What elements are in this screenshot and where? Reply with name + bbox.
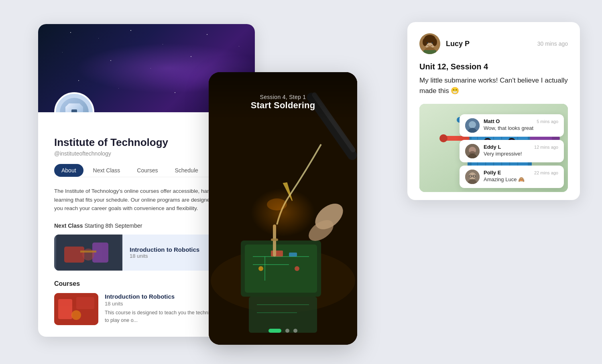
course-thumbnail: [54, 235, 122, 271]
svg-rect-21: [271, 239, 278, 241]
comments-overlay: Matt O 5 mins ago Wow, that looks great: [460, 114, 564, 188]
chip-avatar-bg: [60, 98, 89, 112]
post-card: Lucy P 30 mins ago Unit 12, Session 4 My…: [407, 22, 580, 200]
comment-polly: Polly E 22 mins ago Amazing Luce 🙈: [460, 166, 564, 188]
svg-rect-7: [76, 297, 94, 309]
comment-name-matt: Matt O: [484, 118, 500, 124]
session-background: Session 4, Step 1 Start Soldering: [209, 72, 357, 345]
comment-name-eddy: Eddy L: [484, 144, 501, 150]
eddy-avatar-svg: [465, 144, 480, 158]
comment-content-matt: Matt O 5 mins ago Wow, that looks great: [484, 118, 558, 131]
svg-rect-4: [80, 251, 96, 253]
session-card: Session 4, Step 1 Start Soldering: [209, 72, 357, 345]
svg-rect-40: [423, 50, 436, 54]
comment-text-polly: Amazing Luce 🙈: [484, 176, 558, 182]
comment-matt: Matt O 5 mins ago Wow, that looks great: [460, 114, 564, 137]
tab-about[interactable]: About: [54, 164, 83, 177]
post-image: Matt O 5 mins ago Wow, that looks great: [419, 104, 568, 192]
session-header-overlay: Session 4, Step 1 Start Soldering: [209, 72, 357, 120]
svg-point-3: [82, 249, 94, 261]
chip-center: [71, 109, 77, 112]
comment-content-eddy: Eddy L 12 mins ago Very impressive!: [484, 144, 558, 157]
svg-point-36: [423, 38, 427, 46]
post-body-text: My little submarine works! Can't believe…: [419, 75, 568, 96]
course-units: 18 units: [130, 253, 199, 259]
session-title: Start Soldering: [251, 100, 315, 111]
tab-schedule[interactable]: Schedule: [167, 164, 205, 177]
session-progress-dots: [209, 329, 357, 333]
svg-point-18: [258, 266, 263, 271]
comment-time-matt: 5 mins ago: [537, 119, 558, 124]
courses-thumb-svg: [54, 293, 98, 325]
course-thumb-svg: [56, 235, 120, 271]
comment-header-polly: Polly E 22 mins ago: [484, 170, 558, 176]
svg-point-19: [295, 266, 299, 271]
dot-2[interactable]: [285, 329, 289, 333]
svg-point-37: [432, 38, 437, 46]
svg-rect-6: [58, 299, 72, 319]
polly-avatar-svg: [465, 170, 480, 184]
post-author-name: Lucy P: [446, 40, 470, 48]
course-info: Introduction to Robotics 18 units: [122, 242, 207, 263]
post-time: 30 mins ago: [537, 40, 568, 47]
comment-eddy: Eddy L 12 mins ago Very impressive!: [460, 140, 564, 162]
dot-3[interactable]: [293, 329, 297, 333]
svg-rect-1: [64, 247, 84, 263]
svg-point-39: [431, 42, 433, 44]
comment-name-polly: Polly E: [484, 170, 501, 176]
tab-next-class[interactable]: Next Class: [86, 164, 128, 177]
svg-point-8: [71, 310, 81, 320]
svg-rect-16: [271, 251, 283, 257]
post-author-avatar: [419, 33, 440, 54]
svg-point-75: [469, 121, 476, 128]
comment-avatar-polly: [465, 170, 480, 184]
course-title: Introduction to Robotics: [130, 246, 199, 253]
session-step-label: Session 4, Step 1: [260, 94, 306, 100]
comment-avatar-eddy: [465, 144, 480, 158]
courses-list-thumb: [54, 293, 98, 325]
svg-point-61: [439, 134, 447, 142]
comment-text-matt: Wow, that looks great: [484, 125, 558, 131]
post-header: Lucy P 30 mins ago: [419, 33, 568, 54]
comment-time-polly: 22 mins ago: [534, 170, 558, 175]
svg-rect-26: [249, 297, 317, 333]
svg-point-80: [470, 151, 475, 154]
post-unit-label: Unit 12, Session 4: [419, 62, 568, 71]
chip-icon: [65, 103, 83, 112]
comment-header-matt: Matt O 5 mins ago: [484, 118, 558, 124]
tab-courses[interactable]: Courses: [130, 164, 165, 177]
comment-content-polly: Polly E 22 mins ago Amazing Luce 🙈: [484, 170, 558, 182]
svg-point-31: [251, 188, 315, 237]
lucy-avatar-face: [419, 33, 440, 54]
comment-header-eddy: Eddy L 12 mins ago: [484, 144, 558, 150]
comment-avatar-matt: [465, 118, 480, 133]
matt-avatar-svg: [465, 118, 480, 133]
comment-time-eddy: 12 mins ago: [534, 145, 558, 150]
svg-rect-17: [289, 253, 297, 257]
dot-1[interactable]: [268, 329, 281, 333]
comment-text-eddy: Very impressive!: [484, 151, 558, 157]
post-user: Lucy P: [419, 33, 470, 54]
svg-point-38: [427, 42, 428, 44]
lucy-face-svg: [419, 33, 440, 54]
